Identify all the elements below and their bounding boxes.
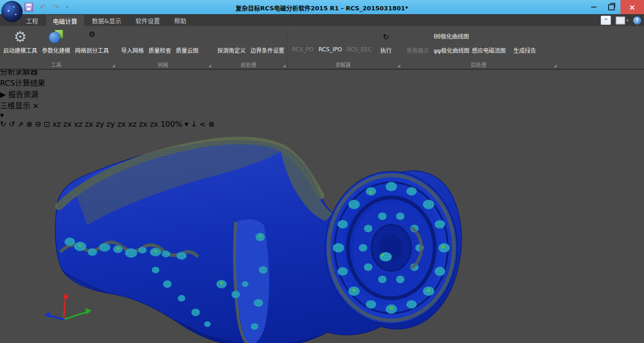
solver-eec-button: RCS_EEC xyxy=(344,27,374,53)
app-logo-icon[interactable] xyxy=(1,1,23,22)
group-label-mesh: 网格 xyxy=(118,61,208,68)
generate-report-button[interactable]: 生成报告 xyxy=(511,27,538,54)
zoom-level-control[interactable]: 100% ▾ xyxy=(161,120,191,129)
display-mode-icon[interactable]: ▾ xyxy=(616,16,628,24)
spin-view-icon[interactable]: ↺ xyxy=(9,120,15,129)
zoom-extents-icon[interactable]: ⊡ xyxy=(44,120,50,129)
view-orientation-button[interactable]: zy xyxy=(107,120,115,129)
import-view-icon[interactable]: ↓ xyxy=(191,120,197,129)
group-launcher-icon[interactable]: ◢ xyxy=(112,64,115,68)
quality-check-button[interactable]: 质量检查 xyxy=(146,27,173,54)
zoom-in-icon[interactable]: ⊕ xyxy=(26,120,33,129)
view-orientation-button[interactable]: xz xyxy=(128,120,137,129)
orbit-rotate-icon[interactable]: ↻ xyxy=(0,120,6,129)
view-orientation-button[interactable]: zx xyxy=(85,120,93,129)
run-refresh-icon: ↻ xyxy=(383,33,389,41)
tabbar-overflow-icon[interactable]: ▾ xyxy=(0,111,4,120)
axis-triad-icon xyxy=(44,293,91,319)
minimize-button[interactable] xyxy=(585,0,603,14)
restore-button[interactable] xyxy=(603,0,620,14)
viewport-toolbar: ↻ ↺ ⇗ ⊕ ⊖ ⊡ xz zx xz zx zy zy zx xz zx z… xyxy=(0,120,644,129)
mesh-model xyxy=(0,129,539,343)
chevron-down-icon[interactable]: ▾ xyxy=(185,120,189,129)
view-orientation-button[interactable]: zy xyxy=(96,120,104,129)
menubar: 工程 电磁计算 数据&显示 软件设置 帮助 ^ ▾ ? xyxy=(0,14,644,26)
view-orientation-button[interactable]: zx xyxy=(117,120,126,129)
tree-item-report-resources[interactable]: ▶ 报告资源 xyxy=(0,88,644,99)
quality-cloud-button[interactable]: 质量云图 xyxy=(173,27,201,54)
view-orientation-button[interactable]: xz xyxy=(52,120,61,129)
group-launcher-icon[interactable]: ◢ xyxy=(397,64,400,68)
collapse-ribbon-icon[interactable]: ^ xyxy=(601,16,611,25)
ribbon-group-mesh: 导入网格 质量检查 质量云图 网格 ◢ xyxy=(118,26,213,69)
mesh-tool-button[interactable]: ⚙ 网格剖分工具 xyxy=(73,27,111,54)
table-display-button: 表格展示 xyxy=(404,27,431,54)
tab-data-display[interactable]: 数据&显示 xyxy=(85,14,128,26)
group-launcher-icon[interactable]: ◢ xyxy=(554,64,557,68)
ribbon-group-tools: ⚙ 启动建模工具 参数化建模 ⚙ 网格剖分工具 工具 ◢ xyxy=(0,26,117,69)
group-label-postprocess: 后处理 xyxy=(403,61,554,68)
zoom-level-value: 100% xyxy=(161,120,182,129)
ribbon: ⚙ 启动建模工具 参数化建模 ⚙ 网格剖分工具 工具 ◢ 导入网格 质量检查 xyxy=(0,26,644,70)
psi-polar-curve-button[interactable]: ψψ极化曲线图 xyxy=(431,44,470,56)
tab-3d-display[interactable]: 三维显示 × xyxy=(0,99,644,111)
viewport-tabbar: 三维显示 × ▾ xyxy=(0,99,644,120)
gear-icon: ⚙ xyxy=(14,29,27,45)
solver-po-button: RCS_PO xyxy=(289,27,316,53)
view-orientation-button[interactable]: zx xyxy=(150,120,158,129)
expander-icon[interactable]: ▶ xyxy=(0,90,6,99)
pan-icon[interactable]: ⇗ xyxy=(17,120,24,129)
tab-project[interactable]: 工程 xyxy=(19,14,45,26)
close-button[interactable]: × xyxy=(620,0,644,14)
tab-close-icon[interactable]: × xyxy=(33,101,39,110)
ribbon-group-postprocess: 表格展示 θθ极化曲线图 ψψ极化曲线图 感应电磁流图 生成报告 xyxy=(403,26,559,69)
group-label-solver: 求解器 xyxy=(289,61,397,68)
launch-modeler-button[interactable]: ⚙ 启动建模工具 xyxy=(1,27,40,54)
group-launcher-icon[interactable]: ◢ xyxy=(208,64,211,68)
view-orientation-button[interactable]: zx xyxy=(139,120,148,129)
ribbon-group-preprocess: 探测角定义 边界条件设置 前处理 ◢ xyxy=(214,26,288,69)
tab-em-compute[interactable]: 电磁计算 xyxy=(45,14,85,26)
close-view-icon[interactable]: ⊗ xyxy=(208,120,215,129)
probe-angle-button[interactable]: 探测角定义 xyxy=(215,27,248,54)
group-label-tools: 工具 xyxy=(0,61,112,68)
solver-ipo-button[interactable]: RCS_IPO xyxy=(316,27,344,53)
group-label-preprocess: 前处理 xyxy=(214,61,283,68)
tab-help[interactable]: 帮助 xyxy=(167,14,193,26)
parametric-modeling-button[interactable]: 参数化建模 xyxy=(40,27,73,54)
boundary-settings-button[interactable]: 边界条件设置 xyxy=(248,27,287,54)
import-mesh-button[interactable]: 导入网格 xyxy=(119,27,146,54)
ribbon-group-solver: RCS_PO RCS_IPO RCS_EEC ↻ 执行 求解器 ◢ xyxy=(289,26,402,69)
wrench-icon: ⚙ xyxy=(85,30,99,44)
viewport-canvas[interactable]: Mesh Quality 1.71 1.63 1.55 1.47 1.39 1.… xyxy=(0,129,644,343)
induced-current-map-button[interactable]: 感应电磁流图 xyxy=(470,27,508,54)
execute-button[interactable]: ↻ 执行 xyxy=(378,27,394,54)
view-orientation-button[interactable]: zx xyxy=(63,120,72,129)
zoom-out-icon[interactable]: ⊖ xyxy=(35,120,41,129)
tree-item-rcs-results[interactable]: RCS计算结果 xyxy=(0,77,644,88)
view-orientation-button[interactable]: xz xyxy=(74,120,83,129)
titlebar: ↶ ↷ ▾ 复杂目标RCS电磁分析软件2015 R1 - RCS_2015031… xyxy=(0,0,644,14)
flow-graph-icon[interactable]: < xyxy=(199,120,206,129)
help-icon[interactable]: ? xyxy=(633,16,641,24)
window-title: 复杂目标RCS电磁分析软件2015 R1 - RCS_2015031801* xyxy=(0,3,644,12)
parametric-model-icon xyxy=(48,29,64,44)
tab-settings[interactable]: 软件设置 xyxy=(128,14,167,26)
theta-polar-curve-button[interactable]: θθ极化曲线图 xyxy=(431,30,470,41)
group-launcher-icon[interactable]: ◢ xyxy=(283,64,286,68)
